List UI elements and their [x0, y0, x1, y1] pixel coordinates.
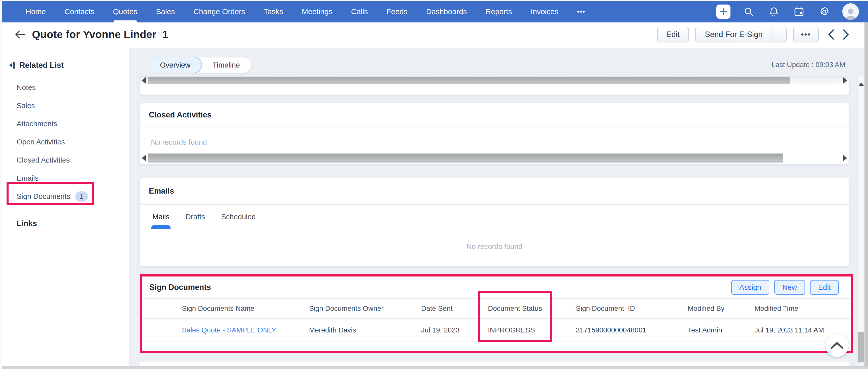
sidebar-item-sales[interactable]: Sales	[2, 96, 129, 115]
esign-dropdown-toggle[interactable]	[772, 27, 786, 42]
sign-documents-annotation-box: Sign Documents Assign New Edit Sign Docu…	[140, 274, 853, 353]
cell-date-sent: Jul 19, 2023	[415, 326, 478, 334]
cell-modified-time: Jul 19, 2023 11:14 AM	[749, 326, 851, 334]
col-modified-time[interactable]: Modified Time	[749, 305, 851, 313]
closed-activities-empty-text: No records found	[151, 138, 207, 146]
partial-card	[140, 76, 849, 95]
col-document-status[interactable]: Document Status	[478, 305, 570, 313]
nav-feeds[interactable]: Feeds	[377, 1, 416, 23]
nav-calls[interactable]: Calls	[342, 1, 377, 23]
notifications-bell-icon[interactable]	[767, 4, 781, 19]
edit-sign-doc-button[interactable]: Edit	[810, 280, 839, 295]
nav-meetings[interactable]: Meetings	[292, 1, 342, 23]
settings-gear-icon[interactable]	[817, 4, 831, 19]
nav-contacts[interactable]: Contacts	[55, 1, 103, 23]
sign-documents-table-header: Sign Documents Name Sign Documents Owner…	[142, 299, 851, 318]
window-bottom-edge	[0, 366, 868, 369]
sidebar-item-emails[interactable]: Emails	[2, 169, 129, 187]
nav-change-orders[interactable]: Change Orders	[184, 1, 254, 23]
scrollbar-thumb[interactable]	[148, 77, 790, 84]
emails-title: Emails	[149, 187, 174, 196]
tab-mails[interactable]: Mails	[152, 205, 169, 229]
scroll-to-top-button[interactable]	[826, 334, 848, 357]
vertical-scrollbar-thumb[interactable]	[858, 332, 864, 363]
tab-scheduled[interactable]: Scheduled	[221, 205, 256, 229]
email-tabs: Mails Drafts Scheduled	[140, 205, 849, 229]
page-title: Quote for Yvonne Linder_1	[32, 28, 168, 40]
back-arrow-icon[interactable]	[14, 30, 26, 39]
nav-reports-label: Reports	[486, 7, 512, 16]
links-header: Links	[2, 219, 129, 228]
nav-home-label: Home	[26, 7, 46, 16]
col-sign-documents-name[interactable]: Sign Documents Name	[142, 305, 304, 313]
nav-invoices[interactable]: Invoices	[521, 1, 568, 23]
calendar-icon[interactable]	[792, 4, 806, 19]
sidebar-item-notes[interactable]: Notes	[2, 78, 129, 96]
sidebar-item-sign-documents[interactable]: Sign Documents 1	[2, 187, 129, 205]
tab-drafts[interactable]: Drafts	[186, 205, 205, 229]
window-left-edge	[0, 0, 2, 369]
scrollbar-thumb[interactable]	[148, 153, 783, 163]
nav-items: Home Contacts Quotes Sales Change Orders…	[2, 1, 594, 23]
nav-meetings-label: Meetings	[302, 7, 333, 16]
cell-modified-by: Test Admin	[682, 326, 749, 334]
scroll-left-arrow-icon[interactable]	[142, 155, 146, 161]
sign-document-name-link[interactable]: Sales Quote - SAMPLE ONLY	[182, 326, 276, 334]
send-for-esign-button[interactable]: Send For E-Sign	[695, 27, 787, 42]
next-record-chevron[interactable]	[843, 29, 849, 40]
browser-scrollbar[interactable]	[865, 23, 868, 369]
previous-record-chevron[interactable]	[828, 29, 834, 40]
col-sign-documents-owner[interactable]: Sign Documents Owner	[304, 305, 415, 313]
sidebar-item-attachments[interactable]: Attachments	[2, 115, 129, 133]
user-avatar[interactable]	[842, 3, 859, 20]
nav-sales[interactable]: Sales	[147, 1, 184, 23]
add-record-button[interactable]	[716, 4, 731, 19]
cell-owner: Meredith Davis	[304, 326, 415, 334]
cell-sign-document-id: 317159000000048001	[570, 326, 682, 334]
new-button[interactable]: New	[774, 280, 805, 295]
record-title-bar: Quote for Yvonne Linder_1 Edit Send For …	[2, 23, 865, 47]
tab-timeline[interactable]: Timeline	[202, 57, 251, 73]
col-sign-document-id[interactable]: Sign Document_ID	[570, 305, 682, 313]
nav-quotes-label: Quotes	[113, 7, 137, 16]
record-detail-main: Overview Timeline Last Update : 09:03 AM…	[129, 48, 865, 366]
nav-invoices-label: Invoices	[531, 7, 558, 16]
scroll-right-arrow-icon[interactable]	[843, 155, 847, 161]
vertical-scrollbar[interactable]	[858, 76, 865, 365]
col-modified-by[interactable]: Modified By	[682, 305, 749, 313]
nav-utilities	[716, 1, 868, 23]
edit-button[interactable]: Edit	[657, 27, 689, 42]
scroll-left-arrow-icon[interactable]	[142, 77, 146, 84]
nav-dashboards[interactable]: Dashboards	[417, 1, 476, 23]
nav-quotes[interactable]: Quotes	[103, 1, 147, 23]
horizontal-scrollbar[interactable]	[140, 77, 849, 84]
scroll-up-arrow-icon[interactable]	[859, 82, 864, 86]
zoho-crm-window: Home Contacts Quotes Sales Change Orders…	[0, 0, 868, 369]
tab-overview[interactable]: Overview	[148, 57, 202, 73]
related-list-items: Notes Sales Attachments Open Activities …	[2, 78, 129, 205]
nav-tasks[interactable]: Tasks	[254, 1, 292, 23]
horizontal-scrollbar[interactable]	[140, 153, 849, 163]
closed-activities-card: Closed Activities No records found	[140, 103, 849, 164]
nav-feeds-label: Feeds	[386, 7, 407, 16]
search-icon[interactable]	[742, 4, 756, 19]
scroll-right-arrow-icon[interactable]	[843, 77, 847, 84]
sidebar-item-open-activities[interactable]: Open Activities	[2, 133, 129, 151]
collapse-panel-icon[interactable]	[8, 61, 16, 69]
nav-more-icon: •••	[577, 7, 585, 16]
sidebar-item-closed-activities[interactable]: Closed Activities	[2, 151, 129, 169]
col-date-sent[interactable]: Date Sent	[415, 305, 478, 313]
nav-home[interactable]: Home	[17, 1, 55, 23]
closed-activities-title: Closed Activities	[149, 110, 212, 119]
last-update-timestamp: Last Update : 09:03 AM	[772, 61, 845, 69]
nav-sales-label: Sales	[156, 7, 175, 16]
nav-calls-label: Calls	[351, 7, 368, 16]
nav-more[interactable]: •••	[568, 1, 594, 23]
sign-documents-title: Sign Documents	[149, 283, 211, 292]
top-navigation: Home Contacts Quotes Sales Change Orders…	[2, 1, 868, 23]
emails-card: Emails Mails Drafts Scheduled No records…	[140, 178, 849, 266]
nav-reports[interactable]: Reports	[476, 1, 521, 23]
related-list-sidebar: Related List Notes Sales Attachments Ope…	[2, 48, 129, 366]
more-actions-button[interactable]: •••	[793, 27, 818, 42]
assign-button[interactable]: Assign	[731, 280, 769, 295]
